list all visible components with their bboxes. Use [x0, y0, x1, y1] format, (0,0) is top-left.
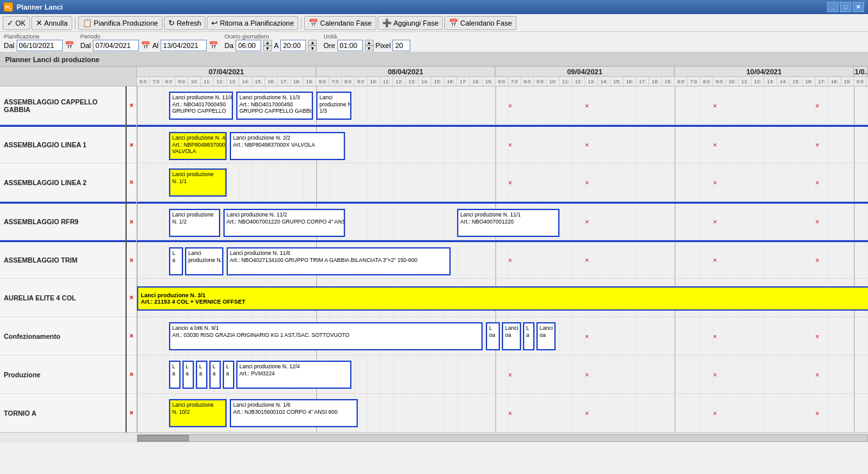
- x-marker: ×: [585, 332, 589, 339]
- periodo-al-input[interactable]: [161, 40, 207, 51]
- row-x-tornio-a: ×: [127, 394, 136, 432]
- ritorna-button[interactable]: ↩ Ritorna a Pianificazione: [207, 16, 298, 30]
- task-block-t9[interactable]: Lanci produzione N. 11/1 Art.: NBO400700…: [457, 209, 559, 237]
- hour-cell: 11:: [380, 77, 393, 86]
- hour-cell: 6:0: [495, 77, 508, 86]
- data-row-assemblaggio-trim: ×××××××L aLanci produzione N.Lanci produ…: [137, 240, 868, 279]
- x-marker: ×: [713, 142, 717, 149]
- unita-ore-spinner[interactable]: ▲▼: [365, 40, 374, 51]
- gantt-data-area[interactable]: ×××××××Lanci produzione N. 11/4 Art.: NB…: [137, 86, 868, 432]
- data-row-tornio-a: ×××××××Lanci produzione N. 10/2Lanci pro…: [137, 394, 868, 432]
- hour-cell: 10:: [188, 77, 201, 86]
- unita-label: Unità: [323, 33, 410, 40]
- hour-cell: 12:: [572, 77, 585, 86]
- task-block-t3[interactable]: Lanci produzione N. 1/3: [316, 92, 351, 120]
- task-block-t19[interactable]: L a: [182, 361, 194, 389]
- pianificazione-dal-label: Dal: [4, 42, 15, 49]
- task-block-t23[interactable]: Lanci produzione N. 12/4 Art.: PVM3224: [236, 361, 351, 389]
- date-0904: 09/04/2021: [495, 67, 675, 76]
- unita-pixel-label: Pixel: [376, 42, 391, 49]
- hour-header-row: 6:07:08:09:010:11:12:13:14:15:16:17:18:1…: [137, 77, 868, 86]
- x-marker: ×: [816, 179, 819, 186]
- label-col-header: [0, 67, 137, 86]
- task-block-t20[interactable]: L a: [196, 361, 207, 389]
- periodo-dal-cal-icon[interactable]: 📅: [141, 41, 150, 50]
- hour-cell: 19:: [483, 77, 495, 86]
- pianificazione-cal-icon[interactable]: 📅: [65, 41, 74, 50]
- hour-cell: 9:0: [534, 77, 547, 86]
- task-block-t13[interactable]: Lancio a lotti N. 9/1 Art.: 03030 RISO G…: [169, 322, 483, 350]
- task-block-t22[interactable]: L a: [223, 361, 234, 389]
- task-block-t4[interactable]: Lanci produzione N. 4/1 Art.: NBP8049837…: [169, 132, 227, 160]
- task-block-t7[interactable]: Lanci produzione N. 1/2: [169, 209, 220, 237]
- pianifica-button[interactable]: 📋 Pianifica Produzione: [78, 16, 163, 30]
- hour-cell: 19:: [303, 77, 316, 86]
- horizontal-scrollbar[interactable]: [0, 432, 868, 443]
- task-block-t24[interactable]: Lanci produzione N. 10/2: [169, 399, 227, 427]
- hour-cell: 14:: [598, 77, 611, 86]
- x-marker: ×: [585, 179, 589, 186]
- hour-cell: 16:: [444, 77, 457, 86]
- task-block-t8[interactable]: Lanci produzione N. 11/2 Art.: NBO400700…: [223, 209, 345, 237]
- task-block-t25[interactable]: Lanci produzione N. 1/6 Art.: NJB3015600…: [230, 399, 358, 427]
- orario-a-spinner[interactable]: ▲▼: [308, 40, 317, 51]
- periodo-label: Periodo: [81, 33, 218, 40]
- ok-button[interactable]: ✓ OK: [3, 16, 30, 30]
- task-block-t12[interactable]: Lanci produzione N. 11/6 Art.: NBO402713…: [227, 247, 451, 275]
- unita-ore-label: Ore: [323, 42, 335, 49]
- hour-cell: 9:0: [713, 77, 726, 86]
- periodo-al-cal-icon[interactable]: 📅: [209, 41, 218, 50]
- task-block-t11[interactable]: Lanci produzione N.: [185, 247, 223, 275]
- hour-cell: 17:: [278, 77, 291, 86]
- task-block-t16[interactable]: L a: [523, 322, 534, 350]
- x-marker: ×: [816, 142, 819, 149]
- orario-da-input[interactable]: [236, 40, 261, 51]
- task-block-t1[interactable]: Lanci produzione N. 11/4 Art.: NBO401700…: [169, 92, 233, 120]
- data-row-assemblaggio-cappello-gabbia: ×××××××Lanci produzione N. 11/4 Art.: NB…: [137, 86, 868, 125]
- close-button[interactable]: ✕: [853, 2, 864, 12]
- hour-cell: 16:: [265, 77, 278, 86]
- aggiungi-fase-button[interactable]: ➕ Aggiungi Fase: [378, 16, 443, 30]
- minimize-button[interactable]: _: [827, 2, 839, 12]
- calendario-fase-button[interactable]: 📅 Calendario Fase: [304, 16, 376, 30]
- calendario-fase-2-button[interactable]: 📅 Calendario Fase: [444, 16, 517, 30]
- task-block-t15[interactable]: Lanci oa: [502, 322, 521, 350]
- unita-ore-input[interactable]: [337, 40, 363, 51]
- hour-cell: 12:: [214, 77, 227, 86]
- task-block-t10[interactable]: L a: [169, 247, 183, 275]
- x-marker: ×: [816, 257, 819, 264]
- unita-pixel-input[interactable]: [392, 40, 410, 51]
- hour-cell: 6:0: [137, 77, 150, 86]
- task-block-t14[interactable]: L oa: [486, 322, 500, 350]
- orario-da-spinner[interactable]: ▲▼: [263, 40, 272, 51]
- x-marker: ×: [816, 218, 819, 225]
- x-marker: ×: [585, 257, 589, 264]
- x-marker: ×: [816, 332, 819, 339]
- orario-label: Orario giornaliero: [225, 33, 317, 40]
- maximize-button[interactable]: □: [840, 2, 851, 12]
- scrollbar-thumb[interactable]: [138, 435, 189, 441]
- task-block-t6[interactable]: Lanci produzione N. 1/1: [169, 168, 227, 197]
- refresh-button[interactable]: ↻ Refresh: [164, 16, 206, 30]
- separator-1: [75, 17, 76, 29]
- task-block-t17[interactable]: Lanci oa: [536, 322, 556, 350]
- orario-a-input[interactable]: [280, 40, 306, 51]
- pianificazione-dal-input[interactable]: [17, 40, 63, 51]
- hour-cell: 14:: [777, 77, 790, 86]
- task-block-t21[interactable]: L a: [209, 361, 221, 389]
- task-block-t2[interactable]: Lanci produzione N. 11/3 Art.: NBO401700…: [236, 92, 313, 120]
- row-x-assemblaggio-trim: ×: [127, 240, 136, 279]
- x-marker: ×: [816, 102, 819, 109]
- pianifica-icon: 📋: [83, 19, 92, 28]
- row-x-produzione: ×: [127, 356, 136, 394]
- row-x-assemblaggio-linea-2: ×: [127, 163, 136, 202]
- scrollbar-track[interactable]: [137, 434, 868, 442]
- row-label-assemblaggio-linea-2: ASSEMBLAGGIO LINEA 2: [0, 163, 125, 202]
- orario-group: Orario giornaliero Da ▲▼ A ▲▼: [225, 33, 317, 51]
- annulla-button[interactable]: ✕ Annulla: [31, 16, 72, 30]
- task-block-t5[interactable]: Lanci produzione N. 2/2 Art.: NBP8049837…: [230, 132, 345, 160]
- x-marker: ×: [508, 179, 512, 186]
- task-block-t18[interactable]: L a: [169, 361, 181, 389]
- periodo-dal-input[interactable]: [93, 40, 139, 51]
- hour-cell: 9:0: [175, 77, 188, 86]
